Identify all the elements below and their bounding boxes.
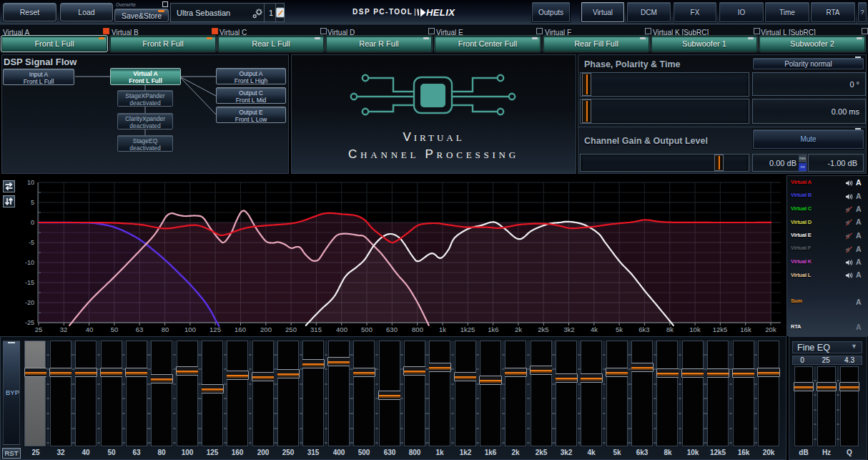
svg-text:HELIX: HELIX bbox=[426, 7, 455, 18]
